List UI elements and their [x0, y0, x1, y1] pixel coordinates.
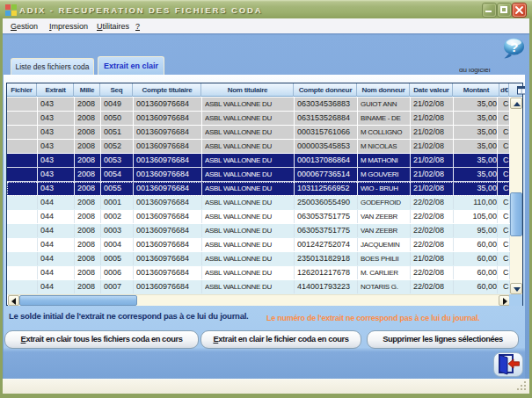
svg-text:?: ?	[510, 40, 518, 54]
